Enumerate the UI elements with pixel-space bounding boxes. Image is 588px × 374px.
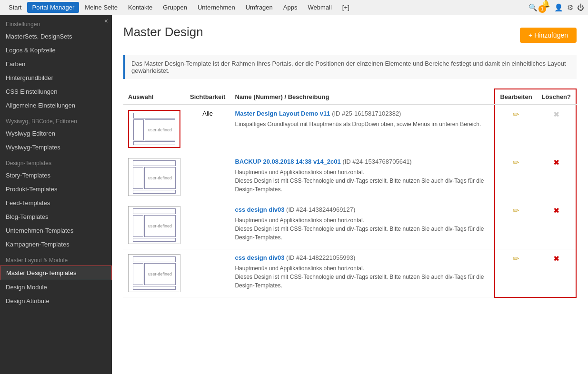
settings-icon[interactable]: ⚙ [567, 3, 573, 12]
edit-button[interactable]: ✏ [513, 207, 519, 215]
table-cell-edit: ✏ [495, 105, 537, 153]
table-cell-delete: ✖ [537, 153, 576, 201]
sidebar-item-unternehmen-templates[interactable]: Unternehmen-Templates [0, 224, 112, 237]
sidebar-item-css[interactable]: CSS Einstellungen [0, 85, 112, 98]
search-icon[interactable]: 🔍 [528, 3, 538, 12]
nav-kontakte[interactable]: Kontakte [123, 2, 157, 13]
nav-webmail[interactable]: Webmail [303, 2, 336, 13]
edit-button[interactable]: ✏ [513, 255, 519, 263]
nav-plus[interactable]: [+] [338, 2, 354, 13]
design-name-link[interactable]: css design div03 [235, 206, 284, 213]
edit-button[interactable]: ✏ [513, 158, 519, 167]
nav-items-left: Start Portal Manager Meine Seite Kontakt… [4, 2, 354, 13]
content-area: Master Design + Hinzufügen Das Master De… [112, 15, 588, 374]
sidebar-item-blog-templates[interactable]: Blog-Templates [0, 210, 112, 224]
sidebar-item-produkt-templates[interactable]: Produkt-Templates [0, 182, 112, 196]
delete-button[interactable]: ✖ [553, 158, 559, 167]
table-cell-name: Master Design Layout Demo v11 (ID #25-16… [230, 105, 495, 153]
nav-gruppen[interactable]: Gruppen [158, 2, 192, 13]
table-cell-thumb: user-defined [123, 105, 185, 153]
designs-table: Auswahl Sichtbarkeit Name (Nummer) / Bes… [123, 89, 577, 298]
table-cell-thumb: user-defined [123, 153, 185, 201]
design-thumbnail[interactable]: user-defined [128, 206, 180, 244]
design-description: Hauptmenüs und Applikationslinks oben ho… [235, 216, 489, 242]
sidebar-section-einstellungen: Einstellungen [0, 15, 112, 30]
nav-icons-right: 🔍 🔔 1 👤 ⚙ ⏻ [528, 0, 584, 16]
page-title: Master Design [123, 25, 203, 39]
design-description: Einspaltiges Grundlayout mit Hauptmenüs … [235, 120, 489, 128]
table-cell-thumb: user-defined [123, 249, 185, 297]
delete-button[interactable]: ✖ [553, 255, 559, 263]
table-cell-visibility [185, 249, 230, 297]
sidebar-item-design-module[interactable]: Design Module [0, 280, 112, 294]
edit-button[interactable]: ✏ [513, 110, 519, 118]
design-name-link[interactable]: Master Design Layout Demo v11 [235, 110, 330, 117]
design-description: Hauptmenüs und Applikationslinks oben ho… [235, 168, 489, 194]
table-cell-edit: ✏ [495, 249, 537, 297]
table-cell-name: css design div03 (ID #24-1438244969127)H… [230, 201, 495, 249]
table-cell-name: css design div03 (ID #24-1482221055993)H… [230, 249, 495, 297]
table-cell-delete: ✖ [537, 249, 576, 297]
sidebar-section-wysiwyg: Wysiwyg, BBCode, Editoren [0, 112, 112, 127]
top-navigation: Start Portal Manager Meine Seite Kontakt… [0, 0, 588, 15]
sidebar-item-hintergrundbilder[interactable]: Hintergrundbilder [0, 71, 112, 85]
th-bearbeiten: Bearbeiten [495, 89, 537, 105]
notification-badge: 1 [538, 5, 546, 13]
sidebar-section-design-templates: Design-Templates [0, 154, 112, 168]
design-id: (ID #24-1438244969127) [284, 206, 355, 213]
nav-portal-manager[interactable]: Portal Manager [27, 2, 79, 13]
delete-button[interactable]: ✖ [553, 207, 559, 215]
design-thumbnail[interactable]: user-defined [128, 254, 180, 292]
nav-meine-seite[interactable]: Meine Seite [80, 2, 122, 13]
design-id: (ID #24-1482221055993) [284, 254, 355, 261]
nav-umfragen[interactable]: Umfragen [241, 2, 278, 13]
sidebar-item-design-attribute[interactable]: Design Attribute [0, 294, 112, 308]
table-cell-name: BACKUP 20.08.2018 14:38 v14_2c01 (ID #24… [230, 153, 495, 201]
user-icon[interactable]: 👤 [554, 3, 563, 12]
sidebar-section-master-layout: Master Layout & Module [0, 251, 112, 266]
power-icon[interactable]: ⏻ [577, 3, 584, 11]
design-id: (ID #25-1615817102382) [330, 110, 401, 117]
table-cell-visibility: Alle [185, 105, 230, 153]
sidebar: × Einstellungen MasterSets, DesignSets L… [0, 15, 112, 374]
table-cell-visibility [185, 153, 230, 201]
th-name: Name (Nummer) / Beschreibung [230, 89, 495, 105]
design-description: Hauptmenüs und Applikationslinks oben ho… [235, 264, 489, 290]
delete-button[interactable]: ✖ [553, 110, 559, 118]
sidebar-close-button[interactable]: × [104, 17, 108, 25]
th-auswahl: Auswahl [123, 89, 185, 105]
table-cell-delete: ✖ [537, 105, 576, 153]
add-button[interactable]: + Hinzufügen [520, 28, 577, 43]
table-cell-edit: ✏ [495, 153, 537, 201]
main-layout: × Einstellungen MasterSets, DesignSets L… [0, 15, 588, 374]
nav-unternehmen[interactable]: Unternehmen [193, 2, 240, 13]
th-loeschen: Löschen? [537, 89, 576, 105]
nav-apps[interactable]: Apps [279, 2, 302, 13]
sidebar-item-logos[interactable]: Logos & Kopfzeile [0, 43, 112, 57]
table-cell-edit: ✏ [495, 201, 537, 249]
design-thumbnail[interactable]: user-defined [128, 158, 180, 196]
design-name-link[interactable]: BACKUP 20.08.2018 14:38 v14_2c01 [235, 158, 340, 165]
info-box: Das Master Design-Template ist der Rahme… [123, 55, 577, 79]
th-sichtbarkeit: Sichtbarkeit [185, 89, 230, 105]
sidebar-item-feed-templates[interactable]: Feed-Templates [0, 196, 112, 210]
table-cell-thumb: user-defined [123, 201, 185, 249]
sidebar-item-farben[interactable]: Farben [0, 57, 112, 71]
table-cell-visibility [185, 201, 230, 249]
sidebar-item-kampagnen-templates[interactable]: Kampagnen-Templates [0, 237, 112, 251]
design-thumbnail[interactable]: user-defined [128, 110, 180, 148]
sidebar-item-story-templates[interactable]: Story-Templates [0, 168, 112, 182]
sidebar-item-allgemeine[interactable]: Allgemeine Einstellungen [0, 98, 112, 112]
sidebar-item-mastersets[interactable]: MasterSets, DesignSets [0, 30, 112, 43]
nav-start[interactable]: Start [4, 2, 26, 13]
design-id: (ID #24-1534768705641) [341, 158, 412, 165]
design-name-link[interactable]: css design div03 [235, 254, 284, 261]
sidebar-item-master-design-templates[interactable]: Master Design-Templates [0, 266, 112, 280]
table-cell-delete: ✖ [537, 201, 576, 249]
sidebar-item-wysiwyg-templates[interactable]: Wysiwyg-Templates [0, 140, 112, 154]
sidebar-item-wysiwyg-editoren[interactable]: Wysiwyg-Editoren [0, 127, 112, 140]
